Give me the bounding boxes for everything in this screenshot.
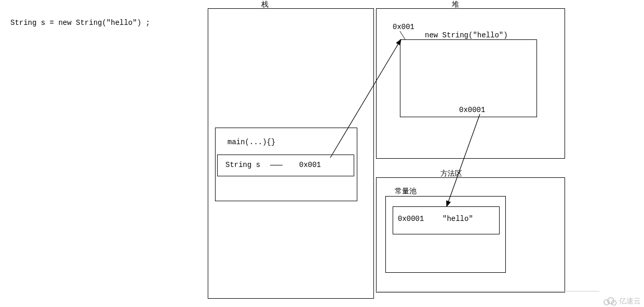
watermark: 亿速云 [602, 297, 641, 306]
const-pool-title: 常量池 [395, 187, 417, 196]
heap-object-expr: new String("hello") [425, 31, 508, 39]
stack-frame-label: main(...){} [227, 138, 275, 146]
baseline [373, 291, 599, 291]
const-addr: 0x0001 [398, 215, 424, 223]
watermark-text: 亿速云 [619, 297, 641, 306]
heap-object-addr: 0x001 [393, 23, 414, 31]
const-value: "hello" [442, 215, 473, 223]
heap-field-addr: 0x0001 [459, 106, 485, 114]
cloud-icon [602, 297, 617, 306]
stack-var-value: 0x001 [299, 161, 321, 169]
stack-var-name: String s [225, 161, 260, 169]
code-line: String s = new String("hello") ; [10, 19, 150, 27]
stack-var-connector [270, 165, 283, 165]
